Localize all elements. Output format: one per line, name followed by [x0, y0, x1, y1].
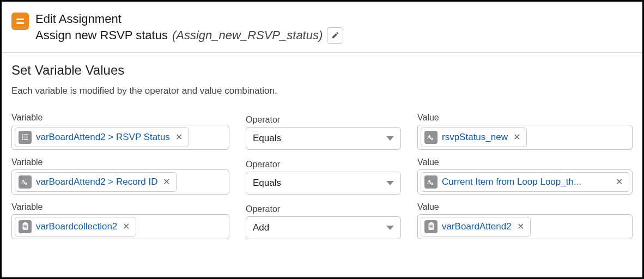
remove-pill-button[interactable]: ✕	[121, 222, 131, 231]
panel-header: Edit Assignment Assign new RSVP status (…	[2, 2, 642, 53]
assignment-name: Assign new RSVP status	[35, 28, 168, 43]
assignment-row: Variable varBoardAttend2 > Record ID ✕ O…	[11, 157, 633, 195]
assignment-row: Variable varBoardAttend2 > RSVP Status ✕…	[11, 113, 633, 150]
text-icon	[424, 131, 438, 144]
remove-pill-button[interactable]: ✕	[512, 133, 521, 142]
chevron-down-icon	[386, 181, 394, 185]
variable-pill: varBoardAttend2 > RSVP Status ✕	[15, 128, 189, 147]
operator-label: Operator	[246, 115, 401, 125]
value-input[interactable]: Current Item from Loop Loop_th... ✕	[417, 169, 633, 195]
operator-label: Operator	[246, 204, 401, 214]
variable-input[interactable]: varBoardAttend2 > RSVP Status ✕	[11, 125, 229, 150]
value-label: Value	[417, 202, 633, 212]
value-label: Value	[417, 113, 633, 123]
variable-pill: varBoardAttend2 > Record ID ✕	[15, 172, 177, 192]
record-icon	[19, 220, 32, 233]
variable-input[interactable]: varBoardAttend2 > Record ID ✕	[11, 169, 229, 195]
text-icon	[19, 175, 32, 189]
pencil-icon	[331, 31, 339, 39]
assignment-editor-panel: Edit Assignment Assign new RSVP status (…	[0, 0, 644, 279]
section-desc: Each variable is modified by the operato…	[11, 86, 633, 96]
edit-name-button[interactable]	[327, 27, 343, 44]
operator-select[interactable]: Equals	[246, 172, 401, 195]
value-pill: varBoardAttend2 ✕	[421, 217, 531, 236]
variable-label: Variable	[11, 113, 229, 123]
value-input[interactable]: rsvpStatus_new ✕	[417, 125, 633, 150]
text-icon	[424, 175, 438, 189]
remove-pill-button[interactable]: ✕	[516, 222, 525, 231]
assignment-rows: Variable varBoardAttend2 > RSVP Status ✕…	[11, 113, 633, 239]
variable-input[interactable]: varBoardcollection2 ✕	[11, 214, 229, 239]
variable-label: Variable	[11, 202, 229, 212]
operator-label: Operator	[246, 160, 401, 169]
chevron-down-icon	[386, 226, 394, 230]
assignment-icon	[11, 13, 29, 30]
operator-select[interactable]: Add	[246, 216, 401, 239]
assignment-row: Variable varBoardcollection2 ✕ Operator …	[11, 202, 633, 239]
section-title: Set Variable Values	[11, 63, 633, 78]
remove-pill-button[interactable]: ✕	[162, 178, 171, 186]
record-icon	[424, 220, 438, 233]
value-pill: rsvpStatus_new ✕	[421, 128, 527, 147]
operator-select[interactable]: Equals	[246, 127, 401, 150]
panel-title: Edit Assignment	[35, 11, 633, 27]
remove-pill-button[interactable]: ✕	[174, 133, 184, 142]
variable-label: Variable	[11, 157, 229, 167]
value-pill: Current Item from Loop Loop_th... ✕	[421, 172, 629, 192]
picklist-icon	[19, 131, 32, 144]
remove-pill-button[interactable]: ✕	[615, 178, 624, 186]
chevron-down-icon	[386, 136, 394, 141]
variable-pill: varBoardcollection2 ✕	[15, 217, 136, 236]
value-label: Value	[417, 157, 633, 167]
value-input[interactable]: varBoardAttend2 ✕	[417, 214, 633, 239]
assignment-api-name: (Assign_new_RSVP_status)	[172, 28, 323, 43]
